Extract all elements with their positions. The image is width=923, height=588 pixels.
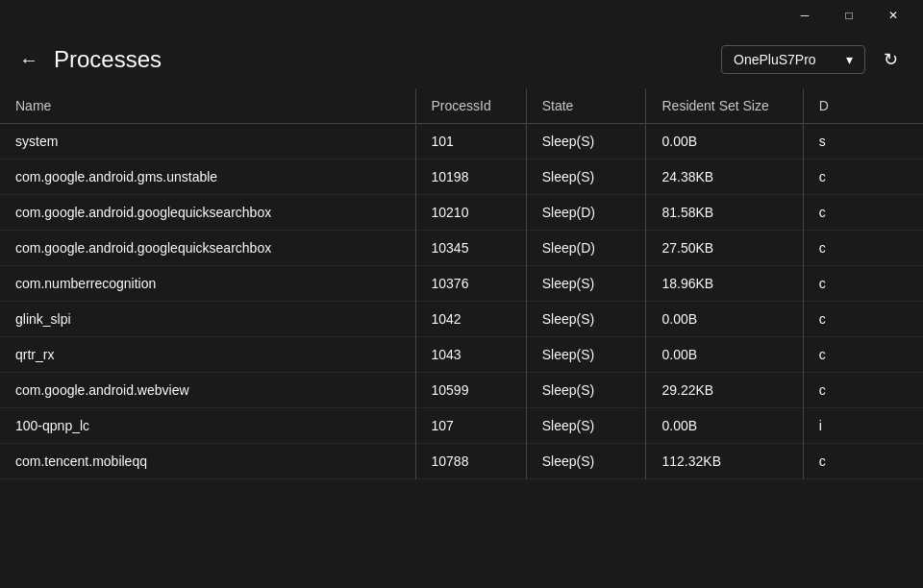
cell-name: 100-qpnp_lc <box>0 408 415 444</box>
cell-state: Sleep(S) <box>526 124 646 159</box>
cell-extra: i <box>803 408 923 444</box>
cell-pid: 10599 <box>415 373 526 408</box>
cell-rss: 0.00B <box>646 408 803 444</box>
table-row[interactable]: com.numberrecognition10376Sleep(S)18.96K… <box>0 266 923 302</box>
cell-rss: 0.00B <box>646 302 803 337</box>
col-header-pid: ProcessId <box>415 88 526 124</box>
cell-rss: 27.50KB <box>646 231 803 266</box>
cell-name: com.google.android.googlequicksearchbox <box>0 195 415 231</box>
cell-name: qrtr_rx <box>0 337 415 373</box>
table-row[interactable]: com.tencent.mobileqq10788Sleep(S)112.32K… <box>0 444 923 479</box>
chevron-down-icon: ▾ <box>846 52 853 67</box>
col-header-state: State <box>526 88 646 124</box>
refresh-button[interactable]: ↻ <box>873 42 908 77</box>
device-dropdown[interactable]: OnePluS7Pro ▾ <box>721 45 865 74</box>
cell-extra: c <box>803 159 923 195</box>
cell-name: glink_slpi <box>0 302 415 337</box>
cell-name: com.tencent.mobileqq <box>0 444 415 479</box>
cell-state: Sleep(D) <box>526 231 646 266</box>
cell-state: Sleep(S) <box>526 266 646 302</box>
cell-rss: 29.22KB <box>646 373 803 408</box>
table-row[interactable]: system101Sleep(S)0.00Bs <box>0 124 923 159</box>
cell-state: Sleep(D) <box>526 195 646 231</box>
device-name: OnePluS7Pro <box>734 52 816 67</box>
cell-state: Sleep(S) <box>526 408 646 444</box>
cell-state: Sleep(S) <box>526 302 646 337</box>
table-row[interactable]: qrtr_rx1043Sleep(S)0.00Bc <box>0 337 923 373</box>
col-header-extra: D <box>803 88 923 124</box>
col-header-name: Name <box>0 88 415 124</box>
cell-state: Sleep(S) <box>526 159 646 195</box>
back-button[interactable]: ← <box>15 45 42 75</box>
table-row[interactable]: com.google.android.googlequicksearchbox1… <box>0 231 923 266</box>
cell-pid: 101 <box>415 124 526 159</box>
processes-table: Name ProcessId State Resident Set Size D… <box>0 88 923 479</box>
header-left: ← Processes <box>15 45 162 75</box>
table-body: system101Sleep(S)0.00Bscom.google.androi… <box>0 124 923 479</box>
table-row[interactable]: com.google.android.gms.unstable10198Slee… <box>0 159 923 195</box>
cell-rss: 24.38KB <box>646 159 803 195</box>
title-bar: ─ □ ✕ <box>0 0 923 31</box>
cell-rss: 0.00B <box>646 337 803 373</box>
cell-pid: 10198 <box>415 159 526 195</box>
cell-extra: c <box>803 231 923 266</box>
cell-extra: c <box>803 266 923 302</box>
cell-name: com.google.android.webview <box>0 373 415 408</box>
cell-pid: 107 <box>415 408 526 444</box>
cell-name: com.google.android.gms.unstable <box>0 159 415 195</box>
cell-pid: 10788 <box>415 444 526 479</box>
cell-extra: c <box>803 337 923 373</box>
cell-rss: 81.58KB <box>646 195 803 231</box>
cell-state: Sleep(S) <box>526 373 646 408</box>
close-button[interactable]: ✕ <box>871 0 915 31</box>
cell-name: system <box>0 124 415 159</box>
cell-pid: 10210 <box>415 195 526 231</box>
cell-pid: 1043 <box>415 337 526 373</box>
cell-rss: 18.96KB <box>646 266 803 302</box>
cell-extra: s <box>803 124 923 159</box>
cell-rss: 112.32KB <box>646 444 803 479</box>
cell-name: com.google.android.googlequicksearchbox <box>0 231 415 266</box>
col-header-rss: Resident Set Size <box>646 88 803 124</box>
cell-pid: 1042 <box>415 302 526 337</box>
table-row[interactable]: com.google.android.webview10599Sleep(S)2… <box>0 373 923 408</box>
table-row[interactable]: 100-qpnp_lc107Sleep(S)0.00Bi <box>0 408 923 444</box>
cell-extra: c <box>803 302 923 337</box>
cell-extra: c <box>803 444 923 479</box>
cell-name: com.numberrecognition <box>0 266 415 302</box>
header: ← Processes OnePluS7Pro ▾ ↻ <box>0 31 923 88</box>
cell-state: Sleep(S) <box>526 337 646 373</box>
maximize-button[interactable]: □ <box>827 0 871 31</box>
page-title: Processes <box>54 46 162 73</box>
minimize-button[interactable]: ─ <box>783 0 827 31</box>
cell-extra: c <box>803 373 923 408</box>
cell-rss: 0.00B <box>646 124 803 159</box>
table-row[interactable]: glink_slpi1042Sleep(S)0.00Bc <box>0 302 923 337</box>
cell-pid: 10345 <box>415 231 526 266</box>
cell-pid: 10376 <box>415 266 526 302</box>
header-right: OnePluS7Pro ▾ ↻ <box>721 42 908 77</box>
table-header-row: Name ProcessId State Resident Set Size D <box>0 88 923 124</box>
table-container: Name ProcessId State Resident Set Size D… <box>0 88 923 588</box>
table-row[interactable]: com.google.android.googlequicksearchbox1… <box>0 195 923 231</box>
cell-state: Sleep(S) <box>526 444 646 479</box>
cell-extra: c <box>803 195 923 231</box>
